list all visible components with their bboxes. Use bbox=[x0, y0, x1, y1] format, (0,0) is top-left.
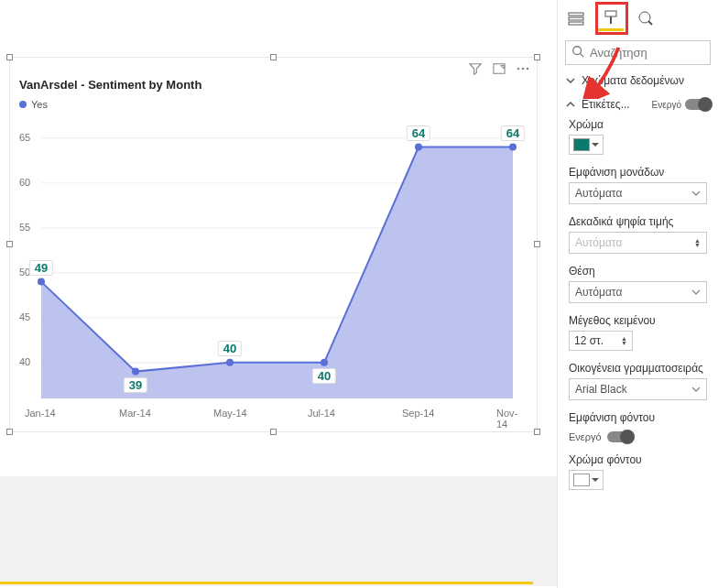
svg-point-10 bbox=[38, 278, 45, 286]
svg-line-22 bbox=[648, 21, 652, 25]
chart-legend: Yes bbox=[10, 92, 537, 114]
page-footer-area bbox=[0, 476, 557, 586]
section-label: Ετικέτες... bbox=[582, 98, 630, 111]
chart-plot-area: 40455055606549Jan-1439Mar-1440May-1440Ju… bbox=[19, 124, 528, 404]
color-swatch bbox=[573, 138, 590, 151]
data-label: 40 bbox=[312, 368, 336, 384]
font-field-label: Οικογένεια γραμματοσειράς bbox=[569, 362, 707, 375]
chart-title: VanArsdel - Sentiment by Month bbox=[10, 78, 537, 92]
position-select[interactable]: Αυτόματα bbox=[569, 281, 707, 303]
x-axis-tick: Sep-14 bbox=[402, 408, 434, 419]
accent-line bbox=[0, 582, 533, 584]
search-input-wrapper[interactable] bbox=[565, 40, 711, 65]
search-input[interactable] bbox=[590, 46, 718, 60]
chevron-up-icon bbox=[565, 99, 576, 110]
bg-color-field-label: Χρώμα φόντου bbox=[569, 453, 707, 466]
data-label: 39 bbox=[124, 377, 147, 393]
filter-icon[interactable] bbox=[469, 62, 482, 75]
chart-svg bbox=[19, 124, 528, 404]
spinner-icon: ▲▼ bbox=[694, 238, 701, 247]
caret-down-icon bbox=[592, 141, 599, 148]
units-select[interactable]: Αυτόματα bbox=[569, 182, 707, 204]
tab-fields[interactable] bbox=[563, 5, 589, 31]
chevron-down-icon bbox=[565, 75, 576, 86]
spinner-icon: ▲▼ bbox=[621, 336, 627, 345]
section-data-labels[interactable]: Ετικέτες... Ενεργό bbox=[558, 93, 718, 116]
legend-label: Yes bbox=[31, 99, 48, 110]
legend-marker bbox=[19, 101, 27, 108]
svg-point-2 bbox=[522, 68, 525, 71]
decimals-select[interactable]: Αυτόματα ▲▼ bbox=[569, 232, 707, 254]
x-axis-tick: May-14 bbox=[213, 408, 247, 419]
search-icon bbox=[571, 45, 584, 60]
decimals-field-label: Δεκαδικά ψηφία τιμής bbox=[569, 215, 707, 228]
section-data-colors[interactable]: Χρώματα δεδομένων bbox=[558, 69, 718, 93]
x-axis-tick: Mar-14 bbox=[119, 408, 151, 419]
section-label: Χρώματα δεδομένων bbox=[582, 74, 684, 87]
data-label: 40 bbox=[218, 341, 242, 356]
more-options-icon[interactable] bbox=[517, 67, 529, 71]
svg-rect-18 bbox=[569, 22, 583, 25]
select-value: Αυτόματα bbox=[575, 236, 622, 249]
bg-show-field-label: Εμφάνιση φόντου bbox=[569, 411, 707, 424]
resize-handle[interactable] bbox=[6, 429, 13, 435]
bg-toggle-switch[interactable] bbox=[607, 431, 633, 442]
svg-point-15 bbox=[509, 144, 517, 151]
resize-handle[interactable] bbox=[6, 54, 13, 60]
x-axis-tick: Jan-14 bbox=[25, 408, 56, 419]
data-label: 64 bbox=[407, 125, 430, 141]
data-label: 49 bbox=[29, 260, 53, 276]
x-axis-tick: Jul-14 bbox=[308, 408, 335, 419]
svg-point-3 bbox=[527, 68, 529, 71]
chevron-down-icon bbox=[691, 288, 701, 297]
units-field-label: Εμφάνιση μονάδων bbox=[569, 166, 707, 179]
label-color-picker[interactable] bbox=[569, 135, 604, 155]
canvas-area: VanArsdel - Sentiment by Month Yes 40455… bbox=[0, 0, 557, 588]
resize-handle[interactable] bbox=[270, 429, 277, 435]
focus-mode-icon[interactable] bbox=[493, 62, 506, 75]
color-swatch bbox=[573, 474, 590, 486]
svg-point-14 bbox=[415, 144, 422, 151]
toggle-label: Ενεργό bbox=[569, 431, 602, 442]
y-axis-tick: 40 bbox=[19, 356, 30, 367]
tab-analytics[interactable] bbox=[633, 5, 658, 31]
tutorial-highlight bbox=[595, 2, 628, 35]
spinner-value: 12 στ. bbox=[574, 334, 604, 347]
select-value: Αυτόματα bbox=[575, 187, 622, 200]
x-axis-tick: Nov-14 bbox=[496, 408, 528, 430]
y-axis-tick: 60 bbox=[19, 177, 30, 188]
font-select[interactable]: Arial Black bbox=[569, 378, 707, 400]
color-field-label: Χρώμα bbox=[569, 118, 707, 131]
svg-rect-17 bbox=[569, 17, 583, 20]
toggle-label: Ενεργό bbox=[652, 100, 681, 110]
svg-point-13 bbox=[321, 359, 328, 366]
position-field-label: Θέση bbox=[569, 265, 707, 278]
select-value: Αυτόματα bbox=[575, 286, 622, 299]
svg-point-23 bbox=[573, 47, 582, 55]
resize-handle[interactable] bbox=[534, 241, 540, 247]
svg-point-1 bbox=[517, 68, 520, 71]
y-axis-tick: 45 bbox=[19, 311, 30, 322]
svg-line-24 bbox=[581, 54, 584, 58]
resize-handle[interactable] bbox=[6, 241, 13, 247]
resize-handle[interactable] bbox=[534, 429, 540, 435]
caret-down-icon bbox=[592, 476, 599, 484]
chart-visual[interactable]: VanArsdel - Sentiment by Month Yes 40455… bbox=[9, 57, 538, 432]
textsize-spinner[interactable]: 12 στ. ▲▼ bbox=[569, 331, 633, 351]
data-label: 64 bbox=[501, 125, 525, 141]
chevron-down-icon bbox=[691, 189, 701, 198]
bg-color-picker[interactable] bbox=[569, 470, 604, 490]
svg-rect-16 bbox=[569, 13, 583, 16]
svg-point-12 bbox=[226, 359, 234, 366]
y-axis-tick: 65 bbox=[19, 132, 30, 143]
svg-point-11 bbox=[132, 368, 139, 376]
textsize-field-label: Μέγεθος κειμένου bbox=[569, 314, 707, 327]
format-panel: Χρώματα δεδομένων Ετικέτες... Ενεργό Χρώ… bbox=[557, 0, 718, 588]
y-axis-tick: 55 bbox=[19, 222, 30, 233]
select-value: Arial Black bbox=[575, 383, 627, 396]
toggle-switch[interactable] bbox=[685, 99, 711, 110]
canvas-background: VanArsdel - Sentiment by Month Yes 40455… bbox=[0, 0, 557, 476]
resize-handle[interactable] bbox=[270, 54, 277, 60]
resize-handle[interactable] bbox=[534, 54, 540, 60]
chevron-down-icon bbox=[691, 385, 701, 394]
